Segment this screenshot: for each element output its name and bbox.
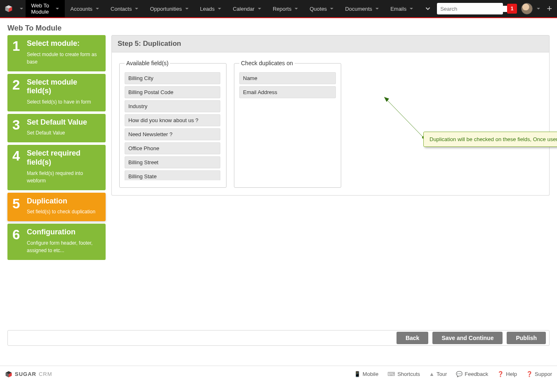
footer-link-label: Suppor: [535, 371, 552, 377]
footer-link-label: Shortcuts: [397, 371, 420, 377]
footer-link-label: Feedback: [465, 371, 488, 377]
chevron-down-icon: [425, 5, 431, 12]
chevron-down-icon: [96, 8, 99, 9]
nav-tab-leads[interactable]: Leads: [194, 0, 227, 17]
step-number: 6: [12, 228, 25, 254]
page-title: Web To Module: [0, 18, 557, 35]
chevron-down-icon: [330, 8, 333, 9]
step-title: Select required field(s): [27, 149, 101, 167]
available-field-item[interactable]: Billing State: [125, 170, 220, 180]
footer-link-icon: 📱: [354, 371, 361, 377]
available-fields-legend: Available field(s): [125, 60, 170, 66]
nav-tab-quotes[interactable]: Quotes: [304, 0, 339, 17]
svg-marker-6: [384, 97, 389, 102]
available-fields-list[interactable]: Billing CityBilling Postal CodeIndustryH…: [125, 72, 221, 180]
available-field-item[interactable]: Billing Postal Code: [125, 86, 220, 98]
brand-sub: CRM: [39, 371, 52, 377]
nav-tab-label: Opportunities: [150, 6, 182, 12]
wizard-step-3[interactable]: 3Set Default ValueSet Default Value: [7, 114, 106, 143]
nav-tab-calendar[interactable]: Calendar: [227, 0, 267, 17]
footer-logo[interactable]: SUGARCRM: [5, 371, 52, 378]
chevron-down-icon: [218, 8, 221, 9]
cube-icon: [5, 5, 13, 13]
page-footer: SUGARCRM 📱Mobile⌨Shortcuts▲Tour💬Feedback…: [0, 366, 557, 382]
quick-create-button[interactable]: +: [544, 3, 555, 14]
top-navbar: Web To ModuleAccountsContactsOpportuniti…: [0, 0, 557, 18]
nav-tab-reports[interactable]: Reports: [267, 0, 304, 17]
footer-link-icon: ❓: [526, 371, 533, 377]
nav-tab-accounts[interactable]: Accounts: [65, 0, 105, 17]
step-number: 3: [12, 118, 25, 137]
footer-link-icon: ▲: [429, 371, 434, 377]
footer-link-feedback[interactable]: 💬Feedback: [456, 371, 488, 377]
save-continue-button[interactable]: Save and Continue: [432, 332, 503, 344]
footer-link-label: Help: [506, 371, 517, 377]
back-button[interactable]: Back: [397, 332, 428, 344]
chevron-down-icon: [258, 8, 261, 9]
step-number: 5: [12, 197, 25, 216]
chevron-down-icon: [375, 8, 379, 9]
nav-tab-label: Calendar: [233, 6, 255, 12]
wizard-step-1[interactable]: 1Select module:Select module to create f…: [7, 35, 106, 71]
footer-link-label: Mobile: [363, 371, 378, 377]
publish-button[interactable]: Publish: [507, 332, 546, 344]
wizard-step-2[interactable]: 2Select module field(s)Select field(s) t…: [7, 74, 106, 111]
search-input[interactable]: [440, 6, 510, 12]
step-description: Set Default Value: [27, 129, 87, 137]
notification-badge[interactable]: 1: [507, 4, 517, 14]
available-field-item[interactable]: Office Phone: [125, 142, 220, 154]
global-search[interactable]: [437, 3, 503, 14]
duplicate-fields-list[interactable]: NameEmail Address: [239, 72, 336, 98]
step-title: Select module field(s): [27, 78, 101, 96]
wizard-step-5[interactable]: 5DuplicationSet field(s) to check duplic…: [7, 193, 106, 222]
wizard-step-6[interactable]: 6ConfigurationConfigure form header, foo…: [7, 224, 106, 260]
step-description: Select module to create form as base: [27, 51, 101, 66]
wizard-step-4[interactable]: 4Select required field(s)Mark field(s) r…: [7, 145, 106, 190]
step-header: Step 5: Duplication: [111, 35, 550, 52]
chevron-down-icon: [295, 8, 298, 9]
callout-tooltip: Duplication will be checked on these fie…: [423, 132, 557, 147]
footer-links: 📱Mobile⌨Shortcuts▲Tour💬Feedback❓Help❓Sup…: [354, 371, 552, 377]
wizard-button-bar: Back Save and Continue Publish: [7, 330, 550, 346]
nav-tab-web-to-module[interactable]: Web To Module: [26, 0, 65, 17]
step-number: 4: [12, 149, 25, 184]
nav-tab-label: Emails: [390, 6, 406, 12]
chevron-down-icon: [185, 8, 189, 9]
available-field-item[interactable]: Need Newsletter ?: [125, 128, 220, 140]
duplicate-field-item[interactable]: Email Address: [239, 86, 336, 98]
available-field-item[interactable]: Industry: [125, 100, 220, 112]
nav-tab-contacts[interactable]: Contacts: [105, 0, 144, 17]
step-title: Configuration: [27, 228, 101, 237]
nav-tab-label: Web To Module: [31, 2, 52, 15]
duplicate-field-item[interactable]: Name: [239, 72, 336, 84]
footer-link-tour[interactable]: ▲Tour: [429, 371, 447, 377]
footer-link-suppor[interactable]: ❓Suppor: [526, 371, 552, 377]
footer-link-mobile[interactable]: 📱Mobile: [354, 371, 378, 377]
available-field-item[interactable]: How did you know about us ?: [125, 114, 220, 126]
nav-tab-opportunities[interactable]: Opportunities: [144, 0, 194, 17]
step-description: Set field(s) to check duplication: [27, 208, 95, 215]
footer-link-shortcuts[interactable]: ⌨Shortcuts: [387, 371, 420, 377]
duplicate-fields-panel: Check duplicates on NameEmail Address: [234, 60, 341, 188]
step-description: Select field(s) to have in form: [27, 98, 101, 106]
footer-link-icon: ⌨: [387, 371, 395, 377]
avatar-dropdown[interactable]: [537, 8, 540, 9]
nav-tabs: Web To ModuleAccountsContactsOpportuniti…: [26, 0, 419, 17]
footer-link-label: Tour: [437, 371, 447, 377]
nav-more-dropdown[interactable]: [419, 0, 437, 17]
app-logo[interactable]: [0, 0, 17, 17]
brand-main: SUGAR: [15, 371, 36, 377]
main-panel: Step 5: Duplication Available field(s) B…: [111, 35, 550, 260]
user-avatar[interactable]: [521, 3, 533, 14]
available-field-item[interactable]: Billing Street: [125, 156, 220, 168]
step-title: Select module:: [27, 39, 101, 48]
nav-tab-label: Accounts: [71, 6, 92, 12]
footer-link-help[interactable]: ❓Help: [497, 371, 517, 377]
nav-tab-documents[interactable]: Documents: [339, 0, 385, 17]
step-description: Mark field(s) required into webform: [27, 170, 101, 184]
step-number: 2: [12, 78, 25, 106]
available-field-item[interactable]: Billing City: [125, 72, 220, 84]
step-title: Set Default Value: [27, 118, 87, 127]
logo-dropdown[interactable]: [17, 0, 25, 17]
nav-tab-emails[interactable]: Emails: [385, 0, 419, 17]
